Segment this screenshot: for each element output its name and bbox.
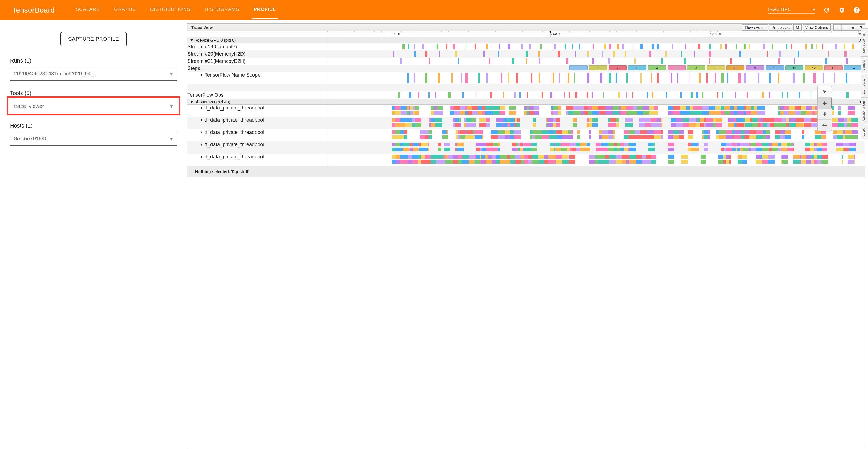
ruler-tick: 0 ms [393,32,400,36]
tab-histograms[interactable]: HISTOGRAMS [203,1,241,20]
toolbar-nav[interactable]: → [841,25,849,30]
ruler-tick: 400 ms [710,32,721,36]
track-label: TensorFlow Name Scope [205,72,260,78]
step-chip[interactable]: 4 [648,65,666,70]
trace-panel: Trace View Flow eventsProcessesMView Opt… [187,23,865,449]
track-label: Stream #21(MemcpyD2H) [187,58,245,64]
track-name: TensorFlow Ops [187,91,327,99]
selection-status: Nothing selected. Tap stuff. [187,167,865,177]
step-chip[interactable]: 14 [844,65,862,70]
track-line[interactable] [328,142,865,154]
track-line[interactable] [328,72,865,84]
toolbar-m[interactable]: M [793,25,802,31]
hosts-select-value: 8efc5e791540 [14,136,48,142]
track-line[interactable] [328,58,865,65]
step-chip[interactable]: 2 [609,65,627,70]
pointer-tool[interactable] [818,86,832,97]
runs-select[interactable]: 20200409-231431/train/2020_04_... ▾ [10,67,177,81]
collapse-icon[interactable]: ▼ [187,38,196,42]
main: Trace View Flow eventsProcessesMView Opt… [187,20,868,449]
nav-toolbox: ＋ [817,86,832,131]
tab-graphs[interactable]: GRAPHS [113,1,137,20]
side-tab-metrics[interactable]: Metrics [861,56,868,73]
track-name: ▼tf_data_private_threadpool [187,129,327,142]
track-label: TensorFlow Ops [187,92,223,98]
track-line[interactable] [328,50,865,58]
side-tab-frame-data[interactable]: Frame Data [861,73,868,97]
tab-scalars[interactable]: SCALARS [74,1,101,20]
chevron-down-icon[interactable]: ▼ [198,105,205,111]
toolbar-processes[interactable]: Processes [769,25,792,31]
track-label: Stream #19(Compute) [187,44,237,50]
step-chip[interactable]: 13 [825,65,843,70]
step-chip[interactable]: 3 [628,65,646,70]
process-header: ▼/host:CPU (pid 49)X [187,99,865,105]
toolbar-nav[interactable]: ← [834,25,841,30]
track-name: ▼tf_data_private_threadpool [187,105,327,117]
track-name: ▼TensorFlow Name Scope [187,72,327,84]
runs-select-value: 20200409-231431/train/2020_04_... [14,70,98,77]
track-name: Stream #19(Compute) [187,43,327,50]
step-chip[interactable]: 9 [746,65,764,70]
side-tab-input-latency[interactable]: Input Latency [861,98,868,124]
settings-icon[interactable] [838,6,845,13]
tag-selector-label: INACTIVE [768,7,791,12]
step-chip[interactable]: 7 [707,65,725,70]
help-icon[interactable] [853,6,860,13]
track-line[interactable] [328,43,865,50]
capture-profile-button[interactable]: CAPTURE PROFILE [60,32,127,47]
refresh-icon[interactable] [823,6,830,13]
step-chip[interactable]: 11 [785,65,804,70]
sidebar: CAPTURE PROFILE Runs (1) 20200409-231431… [0,20,187,449]
chevron-down-icon[interactable]: ▼ [198,154,205,160]
highlight-annotation [7,96,181,115]
side-tab-file-size-stats[interactable]: File Size Stats [861,28,868,56]
track-label: tf_data_private_threadpool [205,142,264,147]
toolbar-nav[interactable]: » [849,25,857,30]
ruler-tick: 200 ms [551,32,562,36]
chevron-down-icon[interactable]: ▼ [198,117,205,123]
horizontal-tool[interactable] [818,120,832,131]
tag-selector[interactable]: INACTIVE ▾ [768,7,815,13]
chevron-down-icon[interactable]: ▼ [198,72,205,78]
collapse-icon[interactable]: ▼ [187,99,196,104]
tab-profile[interactable]: PROFILE [252,1,278,20]
toolbar-view-options[interactable]: View Options [803,25,831,31]
trace-nav: ←→»? [833,25,865,31]
zoom-tool[interactable]: ＋ [818,97,832,109]
step-chip[interactable]: 6 [687,65,705,70]
track-line[interactable]: 0123456789101112131415161718 [328,65,865,72]
trace-title: Trace View [187,25,217,30]
toolbar-flow-events[interactable]: Flow events [742,25,768,31]
step-chip[interactable]: 12 [805,65,823,70]
chevron-down-icon: ▾ [170,70,173,77]
step-chip[interactable]: 0 [569,65,588,70]
chevron-down-icon[interactable]: ▼ [198,129,205,135]
track-label: tf_data_private_threadpool [205,154,264,159]
track-name: Stream #20(MemcpyH2D) [187,50,327,58]
step-chip[interactable]: 1 [589,65,607,70]
process-header: ▼/device:GPU:0 (pid 0)X [187,37,865,43]
track-line[interactable] [328,117,865,129]
header-right: INACTIVE ▾ [768,6,860,13]
side-tabs: File Size StatsMetricsFrame DataInput La… [861,28,868,140]
chevron-down-icon: ▾ [813,7,815,12]
track-line[interactable] [328,91,865,99]
step-chip[interactable]: 10 [766,65,784,70]
hosts-select[interactable]: 8efc5e791540 ▾ [10,132,177,146]
tab-distributions[interactable]: DISTRIBUTIONS [149,1,192,20]
track-line[interactable] [328,84,865,91]
scroll-down-tool[interactable] [818,109,832,120]
track-line[interactable] [328,154,865,166]
track-line[interactable] [328,129,865,142]
side-tab-alerts[interactable]: Alerts [861,125,868,140]
step-chip[interactable]: 5 [668,65,686,70]
track-line[interactable] [328,105,865,117]
tools-label: Tools (5) [10,90,177,96]
selection-pane: Nothing selected. Tap stuff. [187,166,865,449]
step-chip[interactable]: 8 [726,65,745,70]
chevron-down-icon[interactable]: ▼ [198,142,205,148]
runs-label: Runs (1) [10,58,177,64]
primary-tabs: SCALARSGRAPHSDISTRIBUTIONSHISTOGRAMSPROF… [74,1,278,20]
app-header: TensorBoard SCALARSGRAPHSDISTRIBUTIONSHI… [0,0,868,20]
